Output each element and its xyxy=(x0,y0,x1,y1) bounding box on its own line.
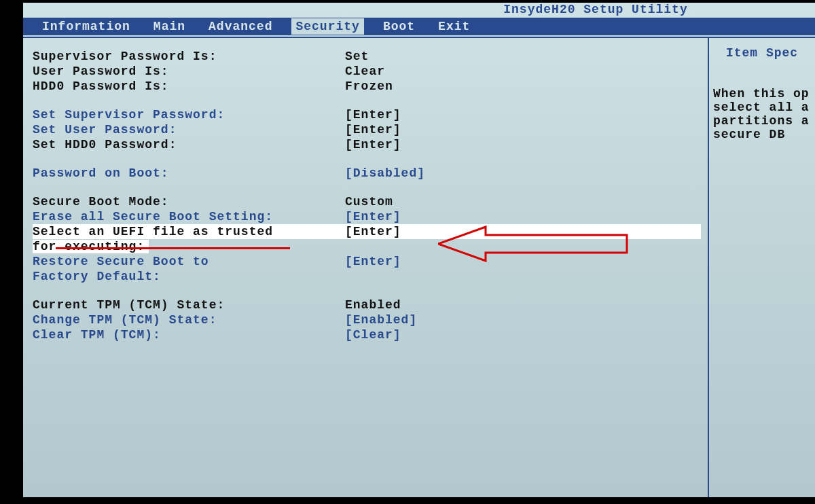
value: [Clear] xyxy=(345,328,701,342)
row-hdd-password: HDD0 Password Is: Frozen xyxy=(33,79,701,94)
main-panel: Supervisor Password Is: Set User Passwor… xyxy=(23,37,709,497)
value: [Enter] xyxy=(345,138,701,151)
row-clear-tpm[interactable]: Clear TPM (TCM): [Clear] xyxy=(33,327,701,342)
tab-boot[interactable]: Boot xyxy=(379,18,419,35)
label: Set User Password: xyxy=(33,123,345,137)
tab-main[interactable]: Main xyxy=(149,18,189,35)
row-supervisor-password: Supervisor Password Is: Set xyxy=(33,49,701,64)
label: User Password Is: xyxy=(33,65,345,78)
annotation-underline xyxy=(56,247,290,249)
label: Secure Boot Mode: xyxy=(33,195,345,209)
label: Change TPM (TCM) State: xyxy=(33,313,345,327)
row-password-on-boot[interactable]: Password on Boot: [Disabled] xyxy=(33,166,701,181)
row-select-uefi-trusted[interactable]: Select an UEFI file as trusted [Enter] xyxy=(33,224,701,239)
bios-screen: InsydeH20 Setup Utility Information Main… xyxy=(23,3,815,497)
value: [Enabled] xyxy=(345,313,701,327)
value: [Enter] xyxy=(345,108,701,122)
value: Enabled xyxy=(345,298,701,312)
help-line: partitions a xyxy=(713,114,811,128)
label: Select an UEFI file as trusted xyxy=(33,225,345,238)
row-set-hdd-password[interactable]: Set HDD0 Password: [Enter] xyxy=(33,137,701,152)
label: Set HDD0 Password: xyxy=(33,138,345,151)
value: Clear xyxy=(345,65,701,78)
help-line: select all a xyxy=(713,101,811,114)
help-panel: Item Spec When this op select all a part… xyxy=(709,37,815,497)
tab-exit[interactable]: Exit xyxy=(434,18,474,35)
tab-information[interactable]: Information xyxy=(38,18,134,35)
label: Clear TPM (TCM): xyxy=(33,328,345,342)
label: Current TPM (TCM) State: xyxy=(33,298,345,312)
row-set-supervisor-password[interactable]: Set Supervisor Password: [Enter] xyxy=(33,107,701,122)
label: for executing: xyxy=(33,240,149,253)
row-set-user-password[interactable]: Set User Password: [Enter] xyxy=(33,122,701,137)
label: Factory Default: xyxy=(33,270,345,283)
label: Set Supervisor Password: xyxy=(33,108,345,122)
row-select-uefi-trusted-cont: for executing: xyxy=(33,239,701,254)
value: Set xyxy=(345,50,701,63)
row-secure-boot-mode: Secure Boot Mode: Custom xyxy=(33,194,701,209)
row-restore-secure-boot[interactable]: Restore Secure Boot to [Enter] xyxy=(33,254,701,269)
row-change-tpm-state[interactable]: Change TPM (TCM) State: [Enabled] xyxy=(33,312,701,327)
utility-title: InsydeH20 Setup Utility xyxy=(23,3,815,18)
value: [Enter] xyxy=(345,255,701,268)
value: Custom xyxy=(345,195,701,209)
value: [Enter] xyxy=(345,123,701,137)
label: HDD0 Password Is: xyxy=(33,79,345,93)
row-user-password: User Password Is: Clear xyxy=(33,64,701,79)
help-line: secure DB xyxy=(713,128,811,141)
row-current-tpm-state: Current TPM (TCM) State: Enabled xyxy=(33,298,701,312)
menu-bar: Information Main Advanced Security Boot … xyxy=(23,18,815,35)
label: Supervisor Password Is: xyxy=(33,50,345,63)
content-area: Supervisor Password Is: Set User Passwor… xyxy=(23,37,815,497)
value: [Enter] xyxy=(345,225,404,238)
value: [Disabled] xyxy=(345,166,701,180)
label: Restore Secure Boot to xyxy=(33,255,345,268)
row-restore-secure-boot-cont: Factory Default: xyxy=(33,269,701,284)
help-line: When this op xyxy=(713,87,811,101)
label: Password on Boot: xyxy=(33,166,345,180)
help-title: Item Spec xyxy=(713,46,811,60)
tab-security[interactable]: Security xyxy=(291,18,363,35)
tab-advanced[interactable]: Advanced xyxy=(204,18,276,35)
row-erase-secure-boot[interactable]: Erase all Secure Boot Setting: [Enter] xyxy=(33,209,701,224)
label: Erase all Secure Boot Setting: xyxy=(33,210,345,223)
value: Frozen xyxy=(345,79,701,93)
value: [Enter] xyxy=(345,210,701,223)
